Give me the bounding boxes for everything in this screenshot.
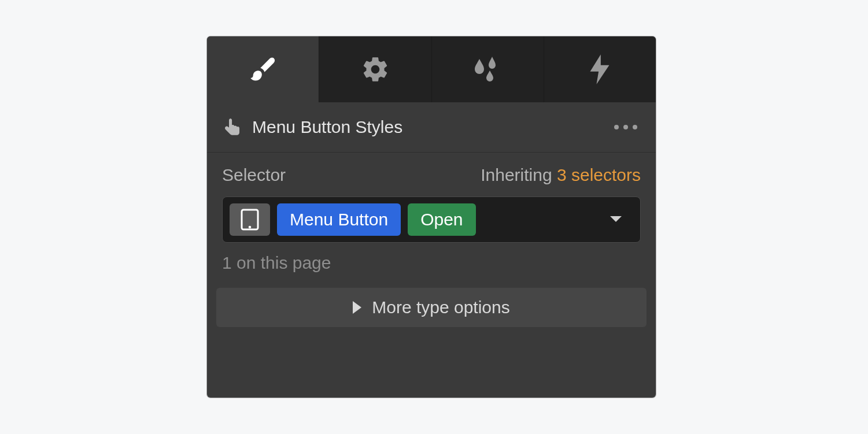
- caret-down-icon: [609, 215, 623, 224]
- more-type-options-label: More type options: [372, 298, 509, 317]
- bolt-icon: [587, 54, 612, 84]
- tab-effects[interactable]: [431, 36, 544, 102]
- more-menu-button[interactable]: [611, 121, 641, 133]
- pointer-icon: [222, 117, 243, 138]
- panel-tabbar: [207, 36, 656, 102]
- class-chip[interactable]: Menu Button: [277, 203, 401, 236]
- gear-icon: [361, 55, 390, 84]
- instance-count: 1 on this page: [222, 253, 641, 273]
- class-chip-label: Menu Button: [290, 210, 388, 229]
- state-chip[interactable]: Open: [408, 203, 475, 236]
- brush-icon: [248, 54, 278, 84]
- droplets-icon: [471, 57, 504, 82]
- selector-dropdown[interactable]: [604, 208, 633, 231]
- dots-icon: [614, 125, 619, 129]
- tab-style[interactable]: [207, 36, 319, 102]
- style-panel: Menu Button Styles Selector Inheriting 3…: [207, 36, 656, 398]
- inheriting-info[interactable]: Inheriting 3 selectors: [481, 165, 641, 185]
- more-type-options-button[interactable]: More type options: [216, 288, 647, 327]
- panel-header: Menu Button Styles: [207, 102, 656, 153]
- state-chip-label: Open: [420, 210, 463, 229]
- tab-settings[interactable]: [319, 36, 431, 102]
- panel-title: Menu Button Styles: [252, 117, 402, 137]
- triangle-right-icon: [353, 301, 361, 314]
- selector-label: Selector: [222, 165, 286, 185]
- tablet-icon: [240, 208, 260, 231]
- breakpoint-chip[interactable]: [230, 203, 270, 236]
- inheriting-count: 3 selectors: [557, 165, 641, 184]
- tab-interactions[interactable]: [544, 36, 656, 102]
- inheriting-prefix: Inheriting: [481, 165, 557, 184]
- svg-point-1: [249, 226, 252, 229]
- selector-field[interactable]: Menu Button Open: [222, 196, 641, 243]
- selector-section: Selector Inheriting 3 selectors Menu But…: [207, 153, 656, 273]
